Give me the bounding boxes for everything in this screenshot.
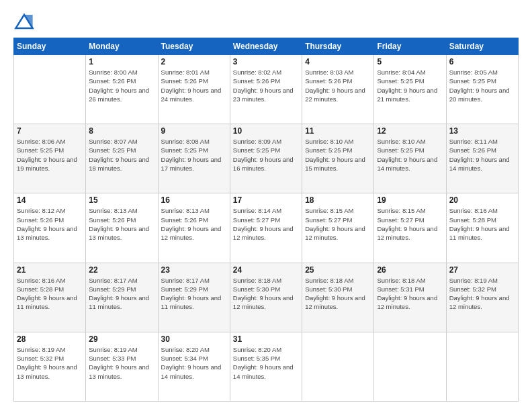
calendar-week-row: 21Sunrise: 8:16 AM Sunset: 5:28 PM Dayli… xyxy=(14,263,519,332)
calendar-day-header: Thursday xyxy=(302,38,374,55)
day-number: 6 xyxy=(449,57,515,66)
header xyxy=(13,12,519,31)
day-info: Sunrise: 8:02 AM Sunset: 5:26 PM Dayligh… xyxy=(233,68,299,103)
calendar-cell: 3Sunrise: 8:02 AM Sunset: 5:26 PM Daylig… xyxy=(230,55,302,124)
day-info: Sunrise: 8:03 AM Sunset: 5:26 PM Dayligh… xyxy=(305,68,371,103)
calendar-cell xyxy=(374,332,446,401)
calendar-cell: 26Sunrise: 8:18 AM Sunset: 5:31 PM Dayli… xyxy=(374,263,446,332)
calendar-cell: 19Sunrise: 8:15 AM Sunset: 5:27 PM Dayli… xyxy=(374,193,446,263)
calendar-cell: 11Sunrise: 8:10 AM Sunset: 5:25 PM Dayli… xyxy=(302,124,374,193)
day-info: Sunrise: 8:13 AM Sunset: 5:26 PM Dayligh… xyxy=(161,206,227,242)
calendar-week-row: 1Sunrise: 8:00 AM Sunset: 5:26 PM Daylig… xyxy=(14,55,519,124)
calendar-cell xyxy=(302,332,374,401)
day-info: Sunrise: 8:14 AM Sunset: 5:27 PM Dayligh… xyxy=(233,206,299,242)
calendar-cell xyxy=(14,55,86,124)
day-info: Sunrise: 8:17 AM Sunset: 5:29 PM Dayligh… xyxy=(89,276,154,312)
calendar-cell: 20Sunrise: 8:16 AM Sunset: 5:28 PM Dayli… xyxy=(446,193,518,263)
day-number: 29 xyxy=(89,334,154,344)
day-info: Sunrise: 8:01 AM Sunset: 5:26 PM Dayligh… xyxy=(161,68,227,103)
day-number: 8 xyxy=(89,126,154,136)
day-info: Sunrise: 8:09 AM Sunset: 5:25 PM Dayligh… xyxy=(233,137,299,173)
calendar-cell: 23Sunrise: 8:17 AM Sunset: 5:29 PM Dayli… xyxy=(158,263,230,332)
day-number: 21 xyxy=(17,265,83,275)
day-info: Sunrise: 8:04 AM Sunset: 5:25 PM Dayligh… xyxy=(377,68,443,103)
calendar-cell: 31Sunrise: 8:20 AM Sunset: 5:35 PM Dayli… xyxy=(230,332,302,401)
day-number: 2 xyxy=(161,57,227,66)
day-number: 23 xyxy=(161,265,227,275)
day-info: Sunrise: 8:13 AM Sunset: 5:26 PM Dayligh… xyxy=(89,206,154,242)
calendar-week-row: 14Sunrise: 8:12 AM Sunset: 5:26 PM Dayli… xyxy=(14,193,519,263)
calendar-cell: 15Sunrise: 8:13 AM Sunset: 5:26 PM Dayli… xyxy=(86,193,158,263)
day-number: 24 xyxy=(233,265,299,275)
day-info: Sunrise: 8:00 AM Sunset: 5:26 PM Dayligh… xyxy=(89,68,154,103)
calendar-cell: 10Sunrise: 8:09 AM Sunset: 5:25 PM Dayli… xyxy=(230,124,302,193)
day-info: Sunrise: 8:16 AM Sunset: 5:28 PM Dayligh… xyxy=(17,276,83,312)
day-number: 30 xyxy=(161,334,227,344)
day-info: Sunrise: 8:12 AM Sunset: 5:26 PM Dayligh… xyxy=(17,206,83,242)
day-info: Sunrise: 8:07 AM Sunset: 5:25 PM Dayligh… xyxy=(89,137,154,173)
calendar-day-header: Tuesday xyxy=(158,38,230,55)
day-info: Sunrise: 8:06 AM Sunset: 5:25 PM Dayligh… xyxy=(17,137,83,173)
day-number: 17 xyxy=(233,195,299,205)
calendar-cell: 24Sunrise: 8:18 AM Sunset: 5:30 PM Dayli… xyxy=(230,263,302,332)
calendar-cell: 6Sunrise: 8:05 AM Sunset: 5:25 PM Daylig… xyxy=(446,55,518,124)
calendar-cell: 29Sunrise: 8:19 AM Sunset: 5:33 PM Dayli… xyxy=(86,332,158,401)
calendar-cell: 13Sunrise: 8:11 AM Sunset: 5:26 PM Dayli… xyxy=(446,124,518,193)
day-number: 16 xyxy=(161,195,227,205)
day-info: Sunrise: 8:15 AM Sunset: 5:27 PM Dayligh… xyxy=(305,206,371,242)
calendar-cell: 22Sunrise: 8:17 AM Sunset: 5:29 PM Dayli… xyxy=(86,263,158,332)
day-info: Sunrise: 8:10 AM Sunset: 5:25 PM Dayligh… xyxy=(377,137,443,173)
calendar-cell: 4Sunrise: 8:03 AM Sunset: 5:26 PM Daylig… xyxy=(302,55,374,124)
calendar-cell: 17Sunrise: 8:14 AM Sunset: 5:27 PM Dayli… xyxy=(230,193,302,263)
day-info: Sunrise: 8:18 AM Sunset: 5:30 PM Dayligh… xyxy=(305,276,371,312)
calendar-table: SundayMondayTuesdayWednesdayThursdayFrid… xyxy=(13,38,519,402)
day-number: 20 xyxy=(449,195,515,205)
day-number: 4 xyxy=(305,57,371,66)
day-info: Sunrise: 8:20 AM Sunset: 5:34 PM Dayligh… xyxy=(161,345,227,381)
day-number: 12 xyxy=(377,126,443,136)
calendar-cell: 5Sunrise: 8:04 AM Sunset: 5:25 PM Daylig… xyxy=(374,55,446,124)
logo-icon xyxy=(13,12,35,31)
day-number: 13 xyxy=(449,126,515,136)
day-number: 22 xyxy=(89,265,154,275)
day-number: 11 xyxy=(305,126,371,136)
calendar-day-header: Sunday xyxy=(14,38,86,55)
calendar-cell: 25Sunrise: 8:18 AM Sunset: 5:30 PM Dayli… xyxy=(302,263,374,332)
day-number: 26 xyxy=(377,265,443,275)
calendar-cell: 28Sunrise: 8:19 AM Sunset: 5:32 PM Dayli… xyxy=(14,332,86,401)
calendar-cell: 1Sunrise: 8:00 AM Sunset: 5:26 PM Daylig… xyxy=(86,55,158,124)
calendar-cell: 14Sunrise: 8:12 AM Sunset: 5:26 PM Dayli… xyxy=(14,193,86,263)
day-number: 25 xyxy=(305,265,371,275)
day-number: 19 xyxy=(377,195,443,205)
calendar-cell xyxy=(446,332,518,401)
day-info: Sunrise: 8:10 AM Sunset: 5:25 PM Dayligh… xyxy=(305,137,371,173)
day-number: 31 xyxy=(233,334,299,344)
day-info: Sunrise: 8:19 AM Sunset: 5:32 PM Dayligh… xyxy=(17,345,83,381)
calendar-cell: 27Sunrise: 8:19 AM Sunset: 5:32 PM Dayli… xyxy=(446,263,518,332)
day-info: Sunrise: 8:08 AM Sunset: 5:25 PM Dayligh… xyxy=(161,137,227,173)
day-info: Sunrise: 8:18 AM Sunset: 5:30 PM Dayligh… xyxy=(233,276,299,312)
calendar-day-header: Monday xyxy=(86,38,158,55)
day-number: 18 xyxy=(305,195,371,205)
day-number: 27 xyxy=(449,265,515,275)
calendar-cell: 12Sunrise: 8:10 AM Sunset: 5:25 PM Dayli… xyxy=(374,124,446,193)
day-info: Sunrise: 8:19 AM Sunset: 5:32 PM Dayligh… xyxy=(449,276,515,312)
day-number: 5 xyxy=(377,57,443,66)
day-info: Sunrise: 8:18 AM Sunset: 5:31 PM Dayligh… xyxy=(377,276,443,312)
calendar-header-row: SundayMondayTuesdayWednesdayThursdayFrid… xyxy=(14,38,519,55)
calendar-week-row: 28Sunrise: 8:19 AM Sunset: 5:32 PM Dayli… xyxy=(14,332,519,401)
calendar-day-header: Friday xyxy=(374,38,446,55)
day-number: 28 xyxy=(17,334,83,344)
calendar-cell: 9Sunrise: 8:08 AM Sunset: 5:25 PM Daylig… xyxy=(158,124,230,193)
day-info: Sunrise: 8:20 AM Sunset: 5:35 PM Dayligh… xyxy=(233,345,299,381)
day-info: Sunrise: 8:17 AM Sunset: 5:29 PM Dayligh… xyxy=(161,276,227,312)
day-number: 7 xyxy=(17,126,83,136)
day-info: Sunrise: 8:16 AM Sunset: 5:28 PM Dayligh… xyxy=(449,206,515,242)
day-number: 14 xyxy=(17,195,83,205)
day-info: Sunrise: 8:11 AM Sunset: 5:26 PM Dayligh… xyxy=(449,137,515,173)
day-number: 15 xyxy=(89,195,154,205)
calendar-cell: 30Sunrise: 8:20 AM Sunset: 5:34 PM Dayli… xyxy=(158,332,230,401)
calendar-cell: 2Sunrise: 8:01 AM Sunset: 5:26 PM Daylig… xyxy=(158,55,230,124)
day-info: Sunrise: 8:05 AM Sunset: 5:25 PM Dayligh… xyxy=(449,68,515,103)
day-number: 10 xyxy=(233,126,299,136)
